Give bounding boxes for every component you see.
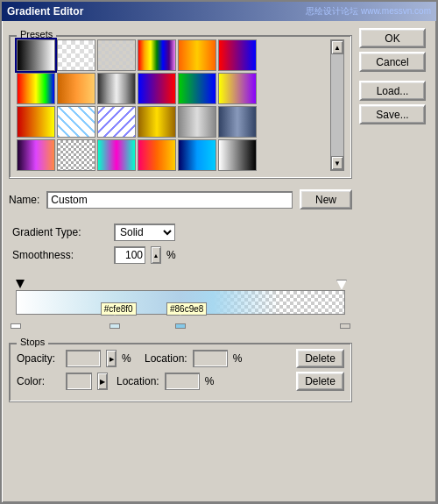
color-arrow-btn[interactable]: ▶ (97, 373, 108, 390)
preset-item-12[interactable] (17, 106, 55, 138)
bottom-stops-row: #cfe8f0 #86c9e8 (16, 315, 345, 330)
preset-item-19[interactable] (57, 139, 95, 171)
opacity-stop-left[interactable] (16, 280, 25, 290)
preset-item-3[interactable] (138, 39, 176, 71)
color-delete-button[interactable]: Delete (296, 372, 344, 391)
color-location-input[interactable] (165, 373, 200, 390)
scroll-track (331, 54, 343, 156)
smoothness-spin[interactable]: ▲ (151, 246, 161, 264)
preset-item-0[interactable] (17, 39, 55, 71)
gradient-bar-container: #cfe8f0 #86c9e8 (9, 278, 352, 330)
gradient-editor-window: Gradient Editor 思绘设计论坛 www.messvn.com Pr… (0, 0, 438, 504)
preset-item-13[interactable] (57, 106, 95, 138)
preset-item-8[interactable] (97, 73, 136, 104)
stops-group: Stops Opacity: ▶ % Location: % Delete Co… (9, 343, 352, 402)
gradient-type-label: Gradient Type: (12, 226, 109, 238)
save-button[interactable]: Save... (359, 104, 426, 124)
preset-item-9[interactable] (138, 73, 176, 104)
smoothness-label: Smoothness: (12, 249, 109, 261)
preset-item-23[interactable] (218, 139, 257, 171)
stop-body-0 (11, 323, 21, 329)
opacity-unit: % (122, 352, 136, 365)
stop-body-3 (340, 323, 350, 329)
preset-item-20[interactable] (97, 139, 136, 171)
color-stop-3[interactable] (340, 315, 350, 329)
preset-item-4[interactable] (178, 39, 216, 71)
presets-area: ▲ ▼ (17, 39, 344, 171)
stop-body-1 (110, 323, 120, 329)
stop-tooltip-2: #86c9e8 (166, 302, 207, 316)
preset-item-2[interactable] (97, 39, 136, 71)
stop-arrow-1 (110, 315, 120, 323)
color-stop-1[interactable]: #cfe8f0 (110, 315, 120, 329)
name-label: Name: (9, 194, 39, 206)
preset-item-14[interactable] (97, 106, 136, 138)
opacity-input[interactable] (66, 350, 101, 367)
title-bar: Gradient Editor 思绘设计论坛 www.messvn.com (2, 2, 436, 21)
presets-label: Presets (17, 29, 56, 39)
window-title: Gradient Editor (7, 5, 83, 18)
smoothness-input[interactable] (114, 246, 145, 264)
watermark: 思绘设计论坛 www.messvn.com (306, 5, 431, 18)
smoothness-unit: % (166, 249, 176, 261)
preset-item-15[interactable] (138, 106, 176, 138)
opacity-stops-row: Opacity: ▶ % Location: % Delete (17, 349, 344, 368)
location-label-1: Location: (145, 352, 187, 365)
opacity-label: Opacity: (17, 352, 60, 365)
preset-item-11[interactable] (218, 73, 257, 104)
top-stops-row (16, 278, 345, 290)
preset-item-5[interactable] (218, 39, 257, 71)
gradient-type-select[interactable]: SolidNoise (114, 224, 175, 241)
location-unit-2: % (205, 375, 219, 387)
title-bar-left: Gradient Editor (7, 5, 83, 18)
opacity-stop-right[interactable] (336, 280, 345, 290)
new-button[interactable]: New (300, 189, 352, 209)
location-unit-1: % (233, 352, 247, 365)
stop-tooltip-1: #cfe8f0 (101, 302, 137, 316)
stop-arrow-2 (175, 315, 186, 323)
right-panel: OK Cancel Load... Save... (359, 28, 429, 495)
color-stop-0[interactable] (11, 315, 21, 329)
stop-body-2 (175, 323, 186, 329)
main-content: Presets ▲ ▼ Name: (2, 21, 436, 502)
stop-arrow-3 (340, 315, 350, 323)
preset-item-16[interactable] (178, 106, 216, 138)
load-button[interactable]: Load... (359, 81, 426, 101)
color-swatch[interactable] (66, 373, 92, 390)
opacity-spin[interactable]: ▶ (106, 350, 117, 367)
name-row: Name: New (9, 189, 352, 209)
cancel-button[interactable]: Cancel (359, 52, 426, 72)
gradient-settings: Gradient Type: SolidNoise Smoothness: ▲ … (9, 217, 352, 267)
spin-up-icon[interactable]: ▲ (153, 252, 159, 259)
preset-item-7[interactable] (57, 73, 95, 104)
color-stops-row: Color: ▶ Location: % Delete (17, 372, 344, 391)
left-panel: Presets ▲ ▼ Name: (9, 28, 352, 495)
smoothness-row: Smoothness: ▲ % (12, 246, 349, 264)
presets-grid (17, 39, 327, 171)
preset-item-17[interactable] (218, 106, 257, 138)
preset-item-18[interactable] (17, 139, 55, 171)
opacity-delete-button[interactable]: Delete (296, 349, 344, 368)
presets-group: Presets ▲ ▼ (9, 35, 352, 179)
opacity-spin-icon[interactable]: ▶ (110, 356, 114, 362)
name-input[interactable] (46, 191, 293, 209)
location-label-2: Location: (117, 375, 159, 387)
presets-grid-container: ▲ ▼ (17, 39, 344, 171)
stops-group-label: Stops (17, 337, 48, 347)
preset-item-22[interactable] (178, 139, 216, 171)
preset-item-10[interactable] (178, 73, 216, 104)
color-label: Color: (17, 375, 60, 387)
stop-arrow-0 (11, 315, 21, 323)
ok-button[interactable]: OK (359, 28, 426, 48)
scroll-up-btn[interactable]: ▲ (331, 40, 343, 54)
scroll-down-btn[interactable]: ▼ (331, 156, 343, 170)
type-row: Gradient Type: SolidNoise (12, 224, 349, 241)
color-stop-2[interactable]: #86c9e8 (175, 315, 186, 329)
preset-item-6[interactable] (17, 73, 55, 104)
preset-item-21[interactable] (138, 139, 176, 171)
presets-scrollbar[interactable]: ▲ ▼ (330, 39, 344, 171)
preset-item-1[interactable] (57, 39, 95, 71)
opacity-location-input[interactable] (193, 350, 228, 367)
